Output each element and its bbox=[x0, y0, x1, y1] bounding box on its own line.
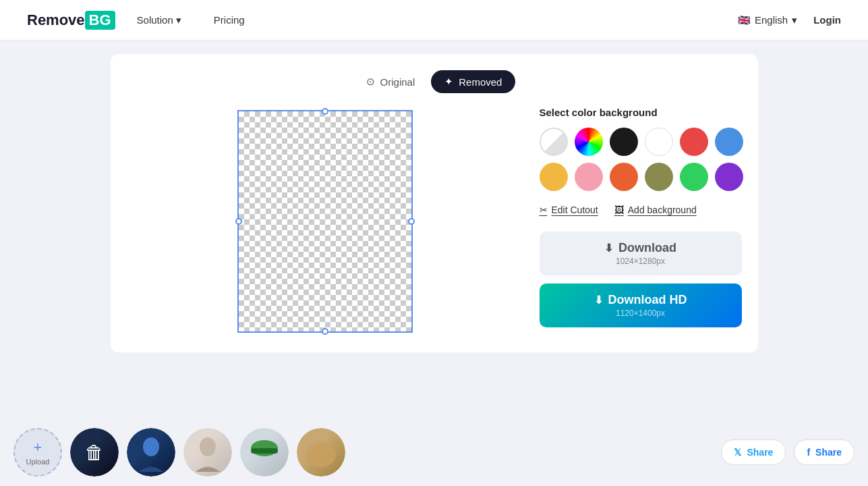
flag-icon: 🇬🇧 bbox=[738, 14, 751, 26]
download-icon: ⬇ bbox=[604, 242, 613, 254]
scissors-icon: ✂ bbox=[540, 205, 548, 215]
bottom-strip: + Upload 🗑 bbox=[0, 418, 868, 486]
thumbnail-1[interactable]: 🗑 bbox=[70, 428, 119, 477]
download-free-button[interactable]: ⬇ Download 1024×1280px bbox=[540, 232, 742, 275]
crop-handle-top[interactable] bbox=[322, 108, 328, 115]
color-grid bbox=[540, 128, 742, 191]
svg-rect-4 bbox=[251, 448, 278, 454]
nav-solution[interactable]: Solution ▾ bbox=[137, 14, 181, 26]
person-icon: ⊙ bbox=[366, 76, 375, 88]
swatch-purple[interactable] bbox=[715, 163, 743, 191]
thumbnail-3[interactable] bbox=[183, 428, 232, 477]
twitter-icon: 𝕏 bbox=[734, 447, 741, 458]
swatch-pink[interactable] bbox=[575, 163, 603, 191]
svg-point-1 bbox=[143, 437, 159, 456]
swatch-orange[interactable] bbox=[610, 163, 638, 191]
swatch-rainbow[interactable] bbox=[575, 128, 603, 156]
thumbnail-5[interactable] bbox=[297, 428, 345, 477]
svg-point-5 bbox=[306, 443, 336, 467]
logo-remove-text: Remove bbox=[27, 11, 85, 29]
tab-original[interactable]: ⊙ Original bbox=[353, 70, 429, 93]
thumbnail-2[interactable] bbox=[127, 428, 175, 477]
color-section-title: Select color background bbox=[540, 107, 742, 118]
logo[interactable]: RemoveBG bbox=[27, 11, 115, 30]
sidebar: Select color background ✂ Edit Cutout bbox=[540, 107, 742, 335]
tab-removed[interactable]: ✦ Removed bbox=[431, 70, 515, 93]
main-panel: ⊙ Original ✦ Removed bbox=[111, 54, 758, 352]
nav-pricing[interactable]: Pricing bbox=[214, 14, 245, 26]
swatch-yellow[interactable] bbox=[540, 163, 568, 191]
view-tabs: ⊙ Original ✦ Removed bbox=[127, 70, 742, 93]
crop-handle-left[interactable] bbox=[235, 218, 242, 225]
swatch-transparent[interactable] bbox=[540, 128, 568, 156]
facebook-icon: f bbox=[807, 447, 810, 458]
chevron-down-icon: ▾ bbox=[792, 14, 797, 26]
swatch-white[interactable] bbox=[645, 128, 673, 156]
add-background-link[interactable]: 🖼 Add background bbox=[614, 205, 697, 215]
swatch-red[interactable] bbox=[680, 128, 708, 156]
image-icon: 🖼 bbox=[614, 205, 624, 215]
transparency-background bbox=[239, 111, 411, 331]
thumbnail-4[interactable] bbox=[240, 428, 289, 477]
upload-button[interactable]: + Upload bbox=[13, 428, 62, 477]
share-area: 𝕏 Share f Share bbox=[721, 439, 855, 465]
image-area bbox=[127, 107, 523, 336]
download-hd-button[interactable]: ⬇ Download HD 1120×1400px bbox=[540, 284, 742, 327]
swatch-blue[interactable] bbox=[715, 128, 743, 156]
swatch-green[interactable] bbox=[680, 163, 708, 191]
login-button[interactable]: Login bbox=[813, 14, 841, 26]
twitter-share-button[interactable]: 𝕏 Share bbox=[721, 439, 786, 465]
language-selector[interactable]: 🇬🇧 English ▾ bbox=[738, 14, 797, 26]
swatch-olive[interactable] bbox=[645, 163, 673, 191]
svg-point-2 bbox=[200, 437, 216, 456]
plus-icon: + bbox=[34, 439, 42, 456]
content-area: Select color background ✂ Edit Cutout bbox=[127, 107, 742, 336]
chevron-down-icon: ▾ bbox=[176, 14, 181, 26]
swatch-black[interactable] bbox=[610, 128, 638, 156]
magic-icon: ✦ bbox=[444, 76, 453, 88]
image-canvas[interactable] bbox=[237, 110, 413, 333]
facebook-share-button[interactable]: f Share bbox=[794, 439, 855, 465]
download-hd-icon: ⬇ bbox=[594, 294, 603, 306]
edit-cutout-link[interactable]: ✂ Edit Cutout bbox=[540, 205, 598, 215]
crop-handle-right[interactable] bbox=[408, 218, 415, 225]
crop-handle-bottom[interactable] bbox=[322, 328, 328, 335]
logo-bg-text: BG bbox=[85, 11, 115, 30]
action-links: ✂ Edit Cutout 🖼 Add background bbox=[540, 205, 742, 215]
